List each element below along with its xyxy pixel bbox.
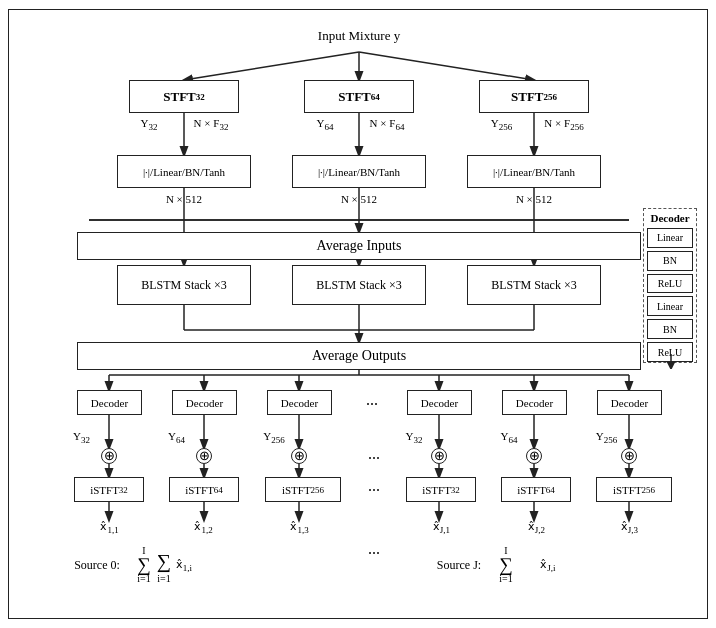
y256-label: Y256 bbox=[469, 117, 534, 132]
istft256-2: iSTFT256 bbox=[596, 477, 672, 502]
legend-bn2: BN bbox=[647, 319, 693, 339]
legend-bn1: BN bbox=[647, 251, 693, 271]
decoder6-box: Decoder bbox=[597, 390, 662, 415]
istft32-1: iSTFT32 bbox=[74, 477, 144, 502]
stft32-box: STFT32 bbox=[129, 80, 239, 113]
average-outputs-box: Average Outputs bbox=[77, 342, 641, 370]
y64-bottom2: Y64 bbox=[489, 430, 529, 445]
nx512-1-label: N × 512 bbox=[147, 193, 221, 205]
dots-output: ··· bbox=[349, 545, 399, 563]
nxf256-label: N × F256 bbox=[526, 117, 602, 132]
preproc64-box: |·|/Linear/BN/Tanh bbox=[292, 155, 426, 188]
circle-plus-5: ⊕ bbox=[526, 448, 542, 464]
legend-relu1: ReLU bbox=[647, 274, 693, 294]
nx512-2-label: N × 512 bbox=[322, 193, 396, 205]
xhatJ1: x̂J,1 bbox=[419, 520, 464, 535]
preproc256-box: |·|/Linear/BN/Tanh bbox=[467, 155, 601, 188]
dots-decoders: ··· bbox=[347, 396, 397, 414]
blstm1-box: BLSTM Stack ×3 bbox=[117, 265, 251, 305]
istft256-1: iSTFT256 bbox=[265, 477, 341, 502]
dots-circle: ··· bbox=[349, 450, 399, 468]
svg-line-2 bbox=[359, 52, 534, 80]
decoder-legend-box: Decoder Linear BN ReLU Linear BN ReLU bbox=[643, 208, 697, 363]
sourceJ-label: Source J: bbox=[429, 558, 489, 573]
xhat1i-label: x̂1,i bbox=[159, 558, 209, 573]
decoder3-box: Decoder bbox=[267, 390, 332, 415]
dots-istft: ··· bbox=[349, 482, 399, 500]
xhatJ3: x̂J,3 bbox=[607, 520, 652, 535]
source0-label: Source 0: bbox=[67, 558, 127, 573]
blstm3-box: BLSTM Stack ×3 bbox=[467, 265, 601, 305]
diagram-wrapper: Input Mixture y STFT32 STFT64 STFT256 Y3… bbox=[8, 9, 708, 619]
nxf32-label: N × F32 bbox=[176, 117, 246, 132]
xhat11: x̂1,1 bbox=[87, 520, 132, 535]
circle-plus-3: ⊕ bbox=[291, 448, 307, 464]
sumJ-notation: I ∑ i=1 bbox=[486, 545, 526, 584]
circle-plus-1: ⊕ bbox=[101, 448, 117, 464]
legend-arrow bbox=[665, 354, 677, 369]
decoder1-box: Decoder bbox=[77, 390, 142, 415]
decoder-legend-title: Decoder bbox=[650, 212, 689, 224]
istft32-2: iSTFT32 bbox=[406, 477, 476, 502]
diagram: Input Mixture y STFT32 STFT64 STFT256 Y3… bbox=[9, 10, 707, 618]
svg-line-0 bbox=[184, 52, 359, 80]
nx512-3-label: N × 512 bbox=[497, 193, 571, 205]
stft256-box: STFT256 bbox=[479, 80, 589, 113]
y64-label: Y64 bbox=[295, 117, 355, 132]
xhatJ2: x̂J,2 bbox=[514, 520, 559, 535]
y32-label: Y32 bbox=[119, 117, 179, 132]
sum0-notation: I ∑ i=1 bbox=[124, 545, 164, 584]
circle-plus-4: ⊕ bbox=[431, 448, 447, 464]
circle-plus-2: ⊕ bbox=[196, 448, 212, 464]
y256-bottom2: Y256 bbox=[584, 430, 629, 445]
istft64-2: iSTFT64 bbox=[501, 477, 571, 502]
y256-bottom1: Y256 bbox=[254, 430, 294, 445]
istft64-1: iSTFT64 bbox=[169, 477, 239, 502]
blstm2-box: BLSTM Stack ×3 bbox=[292, 265, 426, 305]
legend-linear2: Linear bbox=[647, 296, 693, 316]
decoder2-box: Decoder bbox=[172, 390, 237, 415]
xhat13: x̂1,3 bbox=[277, 520, 322, 535]
nxf64-label: N × F64 bbox=[352, 117, 422, 132]
stft64-box: STFT64 bbox=[304, 80, 414, 113]
legend-linear1: Linear bbox=[647, 228, 693, 248]
decoder4-box: Decoder bbox=[407, 390, 472, 415]
y32-bottom2: Y32 bbox=[394, 430, 434, 445]
decoder5-box: Decoder bbox=[502, 390, 567, 415]
circle-plus-6: ⊕ bbox=[621, 448, 637, 464]
average-inputs-box: Average Inputs bbox=[77, 232, 641, 260]
preproc32-box: |·|/Linear/BN/Tanh bbox=[117, 155, 251, 188]
input-mixture-label: Input Mixture y bbox=[274, 28, 444, 44]
y32-bottom1: Y32 bbox=[64, 430, 99, 445]
y64-bottom1: Y64 bbox=[159, 430, 194, 445]
xhat12: x̂1,2 bbox=[181, 520, 226, 535]
xhatJi-label: x̂J,i bbox=[523, 558, 573, 573]
